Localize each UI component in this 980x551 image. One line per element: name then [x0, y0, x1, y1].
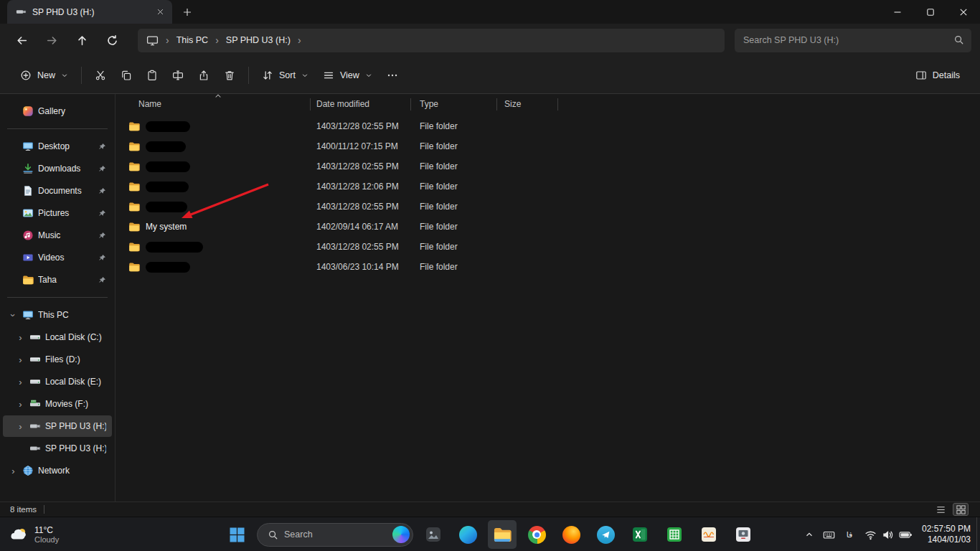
command-bar: New Sort View [0, 57, 980, 94]
touch-keyboard-icon[interactable] [819, 520, 839, 549]
chevron-right-icon[interactable]: › [9, 466, 18, 476]
minimize-button[interactable] [881, 0, 914, 24]
sidebar-item-local-disk-e[interactable]: ›Local Disk (E:) [3, 371, 112, 392]
refresh-button[interactable] [99, 28, 125, 52]
folder-icon [128, 201, 140, 212]
photos-app-icon[interactable] [419, 520, 448, 549]
content-area: GalleryDesktopDownloadsDocumentsPictures… [0, 94, 980, 501]
new-tab-button[interactable] [179, 4, 195, 20]
cut-button[interactable] [88, 63, 113, 88]
sidebar-item-this-pc[interactable]: ›This PC [3, 304, 112, 326]
start-button[interactable] [222, 520, 251, 549]
file-row[interactable]: 1403/12/28 02:55 PMFile folder [123, 237, 980, 257]
sidebar-item-videos[interactable]: Videos [3, 247, 112, 268]
chevron-down-icon[interactable]: › [8, 311, 19, 320]
sidebar-item-files-d[interactable]: ›Files (D:) [3, 349, 112, 370]
file-row[interactable]: 1403/12/28 02:55 PMFile folder [123, 197, 980, 217]
file-row[interactable]: 1403/12/28 02:55 PMFile folder [123, 156, 980, 176]
chevron-right-icon[interactable]: › [16, 332, 25, 343]
network-volume-battery-group[interactable] [859, 520, 918, 549]
view-button[interactable]: View [316, 65, 380, 86]
file-row[interactable]: 1403/06/23 10:14 PMFile folder [123, 257, 980, 277]
sidebar: GalleryDesktopDownloadsDocumentsPictures… [0, 94, 116, 501]
back-button[interactable] [9, 28, 34, 52]
chevron-right-icon[interactable]: › [16, 399, 25, 410]
breadcrumb-drive[interactable]: SP PHD U3 (H:) [226, 35, 291, 45]
file-row[interactable]: 1403/12/28 02:55 PMFile folder [123, 116, 980, 136]
sidebar-item-sp-phd-u3-h[interactable]: SP PHD U3 (H:) [3, 438, 112, 459]
search-input[interactable] [735, 29, 971, 52]
sidebar-item-downloads[interactable]: Downloads [3, 158, 112, 179]
file-row[interactable]: My system1402/09/14 06:17 AMFile folder [123, 217, 980, 237]
breadcrumb-this-pc[interactable]: This PC [176, 35, 208, 45]
explorer-tab[interactable]: SP PHD U3 (H:) [7, 0, 172, 24]
sidebar-item-local-disk-c[interactable]: ›Local Disk (C:) [3, 326, 112, 348]
app-icon-10[interactable] [729, 520, 758, 549]
maximize-button[interactable] [914, 0, 947, 24]
sidebar-item-network[interactable]: ›Network [3, 460, 112, 481]
sidebar-item-pictures[interactable]: Pictures [3, 202, 112, 224]
sidebar-item-label: Gallery [38, 106, 106, 116]
audio-app-icon[interactable] [694, 520, 723, 549]
copy-button[interactable] [113, 63, 139, 88]
firefox-icon[interactable] [557, 520, 585, 549]
clock-time: 02:57:50 PM [922, 524, 971, 534]
sidebar-item-desktop[interactable]: Desktop [3, 136, 112, 157]
close-button[interactable] [947, 0, 980, 24]
excel-icon[interactable] [626, 520, 654, 549]
sort-button[interactable]: Sort [255, 65, 316, 86]
search-icon [268, 529, 278, 540]
show-desktop-button[interactable] [976, 517, 980, 551]
weather-widget[interactable]: 11°C Cloudy [6, 517, 63, 551]
file-explorer-icon[interactable] [488, 520, 517, 549]
new-label: New [37, 70, 55, 80]
share-button[interactable] [191, 63, 217, 88]
file-row[interactable]: 1400/11/12 07:15 PMFile folder [123, 136, 980, 156]
spreadsheet-app-icon[interactable] [660, 520, 689, 549]
tab-close-icon[interactable] [152, 4, 168, 20]
sidebar-item-gallery[interactable]: Gallery [3, 100, 112, 122]
edge-icon[interactable] [453, 520, 482, 549]
chrome-icon[interactable] [522, 520, 551, 549]
breadcrumb-chevron-icon: › [298, 35, 301, 45]
paste-button[interactable] [139, 63, 165, 88]
details-label: Details [933, 70, 960, 80]
blue-app-icon[interactable] [591, 520, 620, 549]
address-bar[interactable]: › This PC › SP PHD U3 (H:) › [138, 29, 725, 52]
drive-icon [29, 331, 41, 343]
taskbar-search[interactable]: Search [257, 523, 413, 547]
file-row[interactable]: 1403/12/28 12:06 PMFile folder [123, 176, 980, 197]
more-options-button[interactable] [380, 63, 405, 88]
column-header-date-modified[interactable]: Date modified [311, 95, 410, 113]
sidebar-item-movies-f[interactable]: ›Movies (F:) [3, 393, 112, 415]
divider [44, 505, 44, 514]
chevron-right-icon[interactable]: › [16, 377, 25, 387]
column-separator[interactable] [557, 98, 558, 110]
delete-button[interactable] [217, 63, 242, 88]
file-name-cell [123, 121, 311, 132]
column-header-size[interactable]: Size [497, 95, 557, 113]
file-name: My system [146, 222, 187, 232]
column-header-type[interactable]: Type [411, 95, 496, 113]
sidebar-item-music[interactable]: Music [3, 225, 112, 246]
sidebar-item-sp-phd-u3-h[interactable]: ›SP PHD U3 (H:) [3, 415, 112, 437]
chevron-right-icon[interactable]: › [16, 421, 25, 432]
sidebar-item-documents[interactable]: Documents [3, 180, 112, 202]
forward-button[interactable] [39, 28, 65, 52]
rename-button[interactable] [165, 63, 191, 88]
hidden-icons-chevron-icon[interactable] [799, 520, 819, 549]
large-icons-view-toggle[interactable] [953, 503, 969, 516]
details-pane-button[interactable]: Details [908, 65, 967, 86]
details-view-toggle[interactable] [933, 503, 948, 516]
up-button[interactable] [69, 28, 95, 52]
chevron-down-icon [61, 72, 68, 79]
language-indicator[interactable]: فا [839, 520, 859, 549]
redaction-blob [146, 161, 190, 172]
search-icon[interactable] [953, 34, 964, 45]
clock[interactable]: 02:57:50 PM 1404/01/03 [922, 524, 971, 545]
chevron-right-icon[interactable]: › [16, 354, 25, 365]
sidebar-item-taha[interactable]: Taha [3, 269, 112, 291]
search-box[interactable] [735, 29, 971, 52]
bing-icon[interactable] [392, 526, 410, 543]
new-button[interactable]: New [13, 65, 75, 86]
